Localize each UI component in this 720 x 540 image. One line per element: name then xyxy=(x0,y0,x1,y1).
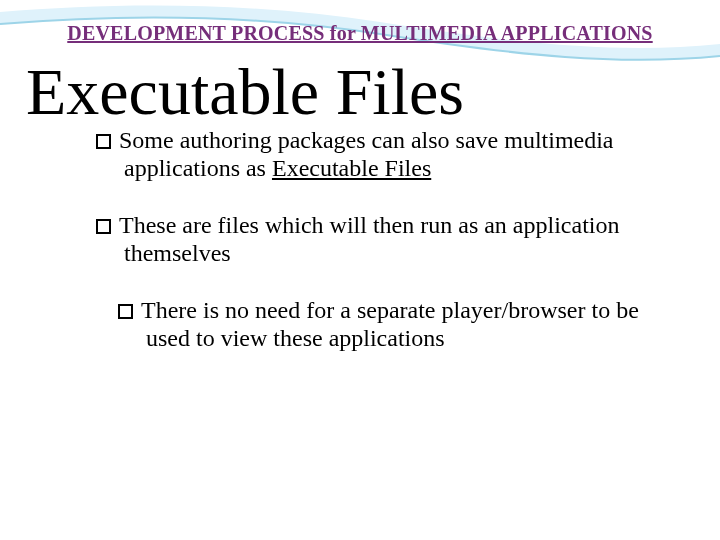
bullet-list: Some authoring packages can also save mu… xyxy=(0,127,720,353)
list-item: There is no need for a separate player/b… xyxy=(96,297,652,352)
bullet-text-highlight: Executable Files xyxy=(272,155,431,181)
bullet-marker xyxy=(96,219,111,234)
bullet-text-pre: These are files which will then run as a… xyxy=(119,212,620,266)
list-item: These are files which will then run as a… xyxy=(96,212,652,267)
bullet-marker xyxy=(96,134,111,149)
bullet-marker xyxy=(118,304,133,319)
slide-header: DEVELOPMENT PROCESS for MULTIMEDIA APPLI… xyxy=(0,0,720,45)
bullet-text-pre: There is no need for a separate player/b… xyxy=(141,297,639,351)
slide-title: Executable Files xyxy=(0,45,720,125)
list-item: Some authoring packages can also save mu… xyxy=(96,127,652,182)
